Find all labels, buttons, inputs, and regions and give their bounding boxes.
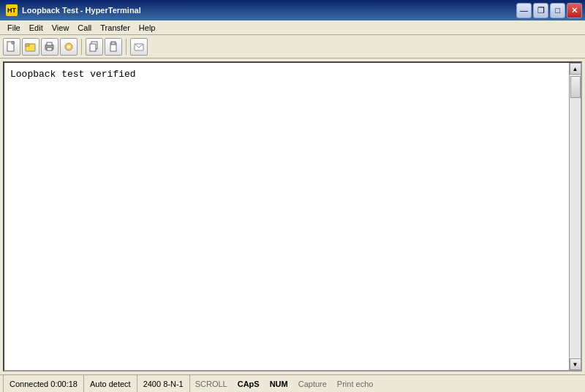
svg-rect-3 (26, 44, 29, 46)
paste-icon (107, 41, 119, 53)
scroll-up-button[interactable]: ▲ (570, 63, 581, 75)
status-scroll: SCROLL (190, 378, 233, 390)
properties-icon (63, 41, 75, 53)
toolbar-separator-1 (81, 39, 82, 55)
scrollbar[interactable]: ▲ ▼ (569, 63, 581, 370)
title-bar-left: HT Loopback Test - HyperTerminal (6, 4, 141, 16)
status-encoding: Auto detect (84, 375, 137, 392)
open-button[interactable] (22, 38, 39, 56)
paste-button[interactable] (105, 38, 122, 56)
svg-marker-1 (12, 42, 14, 44)
scroll-down-button[interactable]: ▼ (570, 358, 581, 370)
menu-file[interactable]: File (3, 22, 25, 34)
menu-bar: File Edit View Call Transfer Help (0, 20, 585, 35)
status-caps: CApS (233, 378, 265, 390)
copy-button[interactable] (86, 38, 103, 56)
menu-call[interactable]: Call (73, 22, 96, 34)
status-print-echo: Print echo (332, 378, 379, 390)
main-area: Loopback test verified ▲ ▼ (0, 59, 585, 374)
print-button[interactable] (41, 38, 58, 56)
terminal-wrapper: Loopback test verified ▲ ▼ (3, 61, 582, 372)
scroll-thumb[interactable] (570, 76, 581, 98)
send-icon (133, 41, 145, 53)
properties-button[interactable] (60, 38, 78, 56)
menu-view[interactable]: View (48, 22, 74, 34)
svg-rect-12 (111, 42, 116, 45)
toolbar (0, 35, 585, 59)
minimize-button[interactable]: — (516, 3, 532, 18)
new-button[interactable] (3, 38, 20, 56)
maximize-button[interactable]: □ (550, 3, 565, 18)
svg-rect-10 (90, 44, 96, 51)
status-connection: Connected 0:00:18 (3, 375, 84, 392)
toolbar-separator-2 (126, 39, 127, 55)
app-icon: HT (6, 4, 18, 16)
terminal-content[interactable]: Loopback test verified (4, 63, 569, 370)
menu-help[interactable]: Help (135, 22, 160, 34)
status-num: NUM (265, 378, 293, 390)
copy-icon (88, 41, 100, 53)
menu-transfer[interactable]: Transfer (96, 22, 135, 34)
status-capture: Capture (293, 378, 332, 390)
svg-rect-5 (47, 42, 52, 45)
status-protocol: 2400 8-N-1 (137, 375, 190, 392)
title-bar: HT Loopback Test - HyperTerminal — ❐ □ ✕ (0, 0, 585, 20)
restore-button[interactable]: ❐ (533, 3, 548, 18)
title-bar-buttons: — ❐ □ ✕ (516, 3, 582, 18)
new-icon (6, 41, 18, 53)
svg-point-8 (67, 45, 70, 48)
svg-rect-6 (47, 48, 52, 50)
window-title: Loopback Test - HyperTerminal (22, 6, 141, 15)
menu-edit[interactable]: Edit (25, 22, 48, 34)
status-bar: Connected 0:00:18 Auto detect 2400 8-N-1… (0, 374, 585, 392)
print-icon (44, 41, 56, 53)
send-button[interactable] (130, 38, 148, 56)
close-button[interactable]: ✕ (567, 3, 582, 18)
open-icon (25, 41, 37, 53)
